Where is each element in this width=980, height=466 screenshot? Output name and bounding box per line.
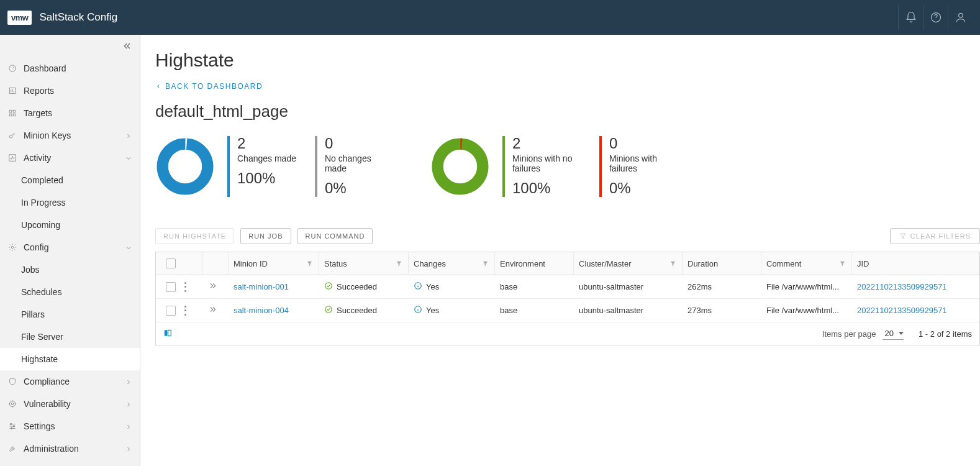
svg-point-16 — [163, 144, 208, 190]
th-status[interactable]: Status — [319, 252, 409, 275]
th-changes[interactable]: Changes — [409, 252, 495, 275]
run-highstate-button[interactable]: RUN HIGHSTATE — [155, 228, 234, 244]
sidebar-item-compliance[interactable]: Compliance — [0, 370, 140, 393]
sidebar-item-dashboard[interactable]: Dashboard — [0, 57, 140, 80]
stat-changes: 2 Changes made 100% 0 No changes made 0% — [155, 136, 412, 197]
svg-rect-5 — [13, 110, 16, 112]
success-icon — [324, 281, 333, 292]
activity-icon — [7, 153, 17, 163]
sidebar-item-vulnerability[interactable]: Vulnerability — [0, 393, 140, 415]
row-checkbox[interactable] — [166, 282, 176, 292]
sidebar-item-highstate[interactable]: Highstate — [0, 348, 140, 370]
svg-point-22 — [325, 306, 332, 313]
sidebar-item-label: Reports — [24, 86, 54, 96]
results-table: Minion ID Status Changes Environment Clu… — [155, 252, 980, 345]
sidebar-item-minion-keys[interactable]: Minion Keys — [0, 124, 140, 147]
sidebar-item-label: Compliance — [24, 377, 70, 386]
notifications-icon[interactable] — [898, 5, 923, 30]
filter-icon[interactable] — [482, 260, 489, 267]
wrench-icon — [7, 444, 17, 454]
th-duration[interactable]: Duration — [683, 252, 761, 275]
th-comment[interactable]: Comment — [761, 252, 852, 275]
user-icon[interactable] — [948, 5, 973, 30]
jid-link[interactable]: 20221102133509929571 — [857, 282, 947, 291]
svg-point-18 — [438, 144, 483, 190]
reports-icon — [7, 86, 17, 96]
sidebar-item-label: Administration — [24, 444, 79, 454]
gear-icon — [7, 242, 17, 252]
filter-icon[interactable] — [306, 260, 314, 267]
expand-row-icon[interactable] — [208, 305, 217, 316]
actions-row: RUN HIGHSTATE RUN JOB RUN COMMAND CLEAR … — [155, 228, 980, 244]
table-footer: Items per page 20 1 - 2 of 2 items — [156, 322, 979, 345]
sidebar-item-pillars[interactable]: Pillars — [0, 303, 140, 326]
sidebar-item-label: Vulnerability — [24, 399, 71, 409]
th-checkbox — [156, 252, 203, 275]
per-page-select[interactable]: 20 — [882, 327, 904, 340]
sidebar-item-reports[interactable]: Reports — [0, 80, 140, 102]
expand-row-icon[interactable] — [208, 281, 217, 292]
chevron-right-icon — [125, 132, 132, 139]
filter-icon[interactable] — [839, 260, 846, 267]
table-row: salt-minion-004 Succeeded Yes base ubunt… — [156, 299, 979, 322]
sidebar-item-targets[interactable]: Targets — [0, 102, 140, 124]
topbar: vmw SaltStack Config — [0, 0, 980, 35]
row-menu-icon[interactable] — [184, 306, 187, 316]
page-title: Highstate — [155, 50, 980, 71]
row-menu-icon[interactable] — [184, 282, 187, 292]
sidebar-item-config[interactable]: Config — [0, 236, 140, 258]
stat-minions-ok: 2 Minions with no failures 100% — [502, 136, 599, 197]
sidebar-item-completed[interactable]: Completed — [0, 169, 140, 191]
jid-link[interactable]: 20221102133509929571 — [857, 306, 947, 315]
minion-link[interactable]: salt-minion-004 — [234, 306, 289, 315]
column-toggle-icon[interactable] — [163, 329, 172, 339]
row-checkbox[interactable] — [166, 306, 176, 316]
chevron-right-icon — [125, 378, 132, 385]
svg-rect-25 — [168, 330, 171, 336]
sidebar-item-label: Targets — [24, 108, 52, 118]
grid-icon — [7, 108, 17, 118]
select-all-checkbox[interactable] — [166, 258, 176, 268]
sidebar-item-label: Activity — [24, 153, 51, 163]
brand: vmw SaltStack Config — [7, 11, 117, 25]
chevron-right-icon — [125, 445, 132, 452]
app-title: SaltStack Config — [39, 11, 117, 24]
sidebar-item-activity[interactable]: Activity — [0, 147, 140, 169]
sidebar-item-file-server[interactable]: File Server — [0, 326, 140, 348]
chevron-right-icon — [125, 400, 132, 408]
sidebar-item-jobs[interactable]: Jobs — [0, 258, 140, 281]
back-to-dashboard-link[interactable]: BACK TO DASHBOARD — [155, 82, 980, 91]
filter-icon[interactable] — [669, 260, 677, 267]
stat-changes-made: 2 Changes made 100% — [227, 136, 315, 197]
stat-minions-fail: 0 Minions with failures 0% — [599, 136, 696, 197]
sliders-icon — [7, 421, 17, 431]
sidebar-item-settings[interactable]: Settings — [0, 415, 140, 437]
sidebar-collapse[interactable] — [0, 35, 140, 57]
logo: vmw — [7, 11, 32, 25]
pagination-range: 1 - 2 of 2 items — [919, 329, 972, 339]
help-icon[interactable] — [923, 5, 948, 30]
sidebar-item-label: Dashboard — [24, 63, 66, 73]
svg-rect-4 — [9, 110, 12, 112]
run-job-button[interactable]: RUN JOB — [240, 228, 291, 244]
clear-filters-button[interactable]: CLEAR FILTERS — [890, 228, 980, 244]
donut-chart-minions — [430, 137, 490, 196]
minion-link[interactable]: salt-minion-001 — [234, 282, 289, 291]
run-command-button[interactable]: RUN COMMAND — [297, 228, 373, 244]
svg-rect-6 — [9, 114, 12, 116]
stat-minions: 2 Minions with no failures 100% 0 Minion… — [430, 136, 696, 197]
info-icon — [414, 281, 422, 292]
th-minion-id[interactable]: Minion ID — [229, 252, 319, 275]
th-environment[interactable]: Environment — [495, 252, 574, 275]
th-cluster[interactable]: Cluster/Master — [574, 252, 683, 275]
th-jid[interactable]: JID — [852, 252, 979, 275]
filter-icon[interactable] — [396, 260, 403, 267]
svg-point-13 — [11, 423, 12, 424]
page-subtitle: default_html_page — [155, 102, 980, 121]
table-row: salt-minion-001 Succeeded Yes base ubunt… — [156, 275, 979, 299]
sidebar-item-in-progress[interactable]: In Progress — [0, 191, 140, 214]
sidebar-item-upcoming[interactable]: Upcoming — [0, 214, 140, 236]
main-content: Highstate BACK TO DASHBOARD default_html… — [140, 35, 980, 466]
sidebar-item-administration[interactable]: Administration — [0, 437, 140, 460]
sidebar-item-schedules[interactable]: Schedules — [0, 281, 140, 303]
